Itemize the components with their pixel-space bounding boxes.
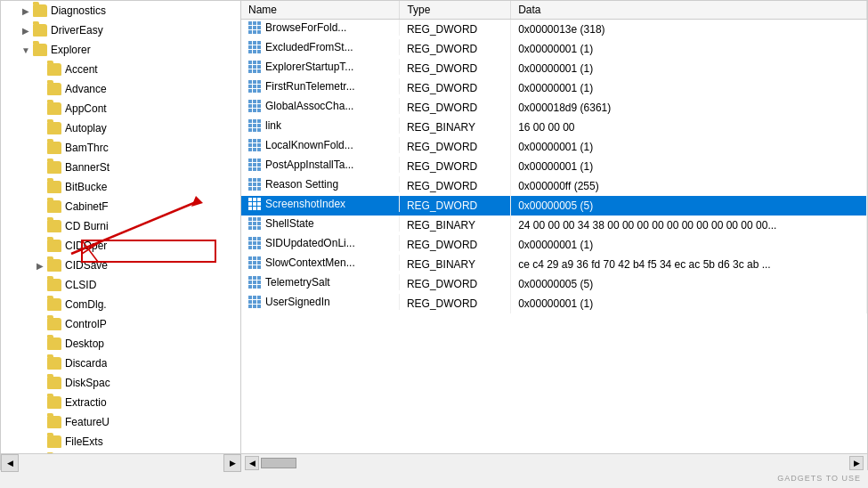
registry-data-cell: 0x00000005 (5) — [511, 274, 867, 294]
registry-entry-icon — [248, 21, 261, 34]
table-row[interactable]: linkREG_BINARY16 00 00 00 — [241, 118, 867, 137]
expand-icon-cd-burni — [33, 219, 47, 233]
scroll-left-btn[interactable]: ◀ — [245, 456, 259, 470]
tree-scroll-container[interactable]: ▶ Diagnostics ▶ DriverEasy ▼ Explorer — [1, 1, 240, 453]
registry-name-cell: ExplorerStartupT... — [241, 59, 400, 75]
registry-name-cell: LocalKnownFold... — [241, 137, 400, 153]
table-row[interactable]: FirstRunTelemetr...REG_DWORD0x00000001 (… — [241, 78, 867, 98]
registry-entry-icon — [248, 139, 261, 151]
registry-entry-icon — [248, 119, 261, 132]
folder-icon-accent — [47, 63, 61, 76]
registry-data-cell: 0x00000005 (5) — [511, 196, 867, 216]
tree-item-comdlg[interactable]: ComDlg. — [1, 295, 240, 314]
registry-name-label: ScreenshotIndex — [265, 198, 345, 210]
table-row[interactable]: TelemetrySaltREG_DWORD0x00000005 (5) — [241, 274, 867, 294]
expand-icon-featureu — [33, 415, 47, 429]
registry-type-cell: REG_DWORD — [400, 20, 511, 39]
folder-icon-bitbucke — [47, 181, 61, 193]
tree-scroll-right-btn[interactable]: ▶ — [223, 454, 241, 472]
registry-name-label: SIDUpdatedOnLi... — [265, 237, 355, 249]
table-row[interactable]: UserSignedInREG_DWORD0x00000001 (1) — [241, 294, 867, 313]
tree-item-advance[interactable]: Advance — [1, 79, 240, 99]
tree-item-bamthrc[interactable]: BamThrc — [1, 138, 240, 158]
tree-item-extractio[interactable]: Extractio — [1, 393, 240, 412]
horizontal-scrollbar-track[interactable] — [261, 458, 848, 468]
registry-data-cell: 16 00 00 00 — [511, 118, 867, 137]
tree-scroll-track[interactable] — [19, 458, 223, 468]
table-row[interactable]: PostAppInstallTa...REG_DWORD0x00000001 (… — [241, 157, 867, 176]
table-row[interactable]: GlobalAssocCha...REG_DWORD0x000018d9 (63… — [241, 98, 867, 118]
tree-item-drivereasy[interactable]: ▶ DriverEasy — [1, 20, 240, 40]
registry-entry-icon — [248, 41, 261, 53]
tree-label-clsid: CLSID — [65, 279, 96, 291]
tree-item-diagnostics[interactable]: ▶ Diagnostics — [1, 1, 240, 20]
registry-name-cell: GlobalAssocCha... — [241, 98, 400, 114]
tree-item-cd-burni[interactable]: CD Burni — [1, 216, 240, 236]
registry-name-label: GlobalAssocCha... — [265, 100, 353, 112]
tree-label-appcont: AppCont — [65, 102, 107, 115]
table-row[interactable]: SlowContextMen...REG_BINARYce c4 29 a9 3… — [241, 255, 867, 274]
tree-item-explorer[interactable]: ▼ Explorer — [1, 40, 240, 60]
tree-item-bitbucke[interactable]: BitBucke — [1, 177, 240, 197]
tree-label-cd-burni: CD Burni — [65, 220, 109, 232]
tree-item-featureu[interactable]: FeatureU — [1, 412, 240, 432]
table-row[interactable]: ExplorerStartupT...REG_DWORD0x00000001 (… — [241, 59, 867, 78]
folder-icon-controlp — [47, 318, 61, 330]
tree-horizontal-scrollbar[interactable]: ◀ ▶ — [1, 453, 241, 471]
registry-entry-icon — [248, 178, 261, 191]
table-row[interactable]: ShellStateREG_BINARY24 00 00 00 34 38 00… — [241, 216, 867, 235]
tree-label-autoplay: Autoplay — [65, 122, 107, 134]
registry-name-cell: ScreenshotIndex — [241, 196, 400, 212]
table-row[interactable]: Reason SettingREG_DWORD0x000000ff (255) — [241, 176, 867, 196]
tree-item-fileexts[interactable]: FileExts — [1, 432, 240, 451]
folder-icon-bannerst — [47, 161, 61, 174]
tree-item-cabinetf[interactable]: CabinetF — [1, 197, 240, 216]
tree-item-desktop[interactable]: Desktop — [1, 334, 240, 354]
folder-icon-featureu — [47, 416, 61, 428]
tree-item-cidsave[interactable]: ▶ CIDSave — [1, 256, 240, 275]
registry-name-label: UserSignedIn — [265, 296, 330, 308]
tree-item-accent[interactable]: Accent — [1, 60, 240, 79]
table-row[interactable]: ExcludedFromSt...REG_DWORD0x00000001 (1) — [241, 39, 867, 59]
registry-type-cell: REG_DWORD — [400, 39, 511, 59]
tree-scroll-left-btn[interactable]: ◀ — [1, 454, 19, 472]
tree-item-cidoper[interactable]: CIDOper — [1, 236, 240, 256]
registry-entry-icon — [248, 276, 261, 289]
horizontal-scrollbar-thumb[interactable] — [261, 458, 296, 468]
table-row[interactable]: LocalKnownFold...REG_DWORD0x00000001 (1) — [241, 137, 867, 157]
expand-icon-cidoper — [33, 239, 47, 253]
registry-scroll-container[interactable]: Name Type Data BrowseForFold...REG_DWORD… — [241, 1, 867, 453]
tree-label-diskspac: DiskSpac — [65, 377, 110, 389]
registry-name-cell: link — [241, 118, 400, 134]
registry-name-label: BrowseForFold... — [265, 21, 346, 34]
folder-icon-diskspac — [47, 377, 61, 389]
tree-item-discarda[interactable]: Discarda — [1, 354, 240, 373]
tree-label-bamthrc: BamThrc — [65, 142, 109, 154]
expand-icon-extractio — [33, 395, 47, 410]
tree-label-explorer: Explorer — [51, 44, 91, 56]
registry-type-cell: REG_DWORD — [400, 98, 511, 118]
tree-label-bannerst: BannerSt — [65, 161, 110, 174]
folder-icon-advance — [47, 83, 61, 95]
registry-entry-icon — [248, 237, 261, 249]
table-header-row: Name Type Data — [241, 1, 867, 20]
col-header-name: Name — [241, 1, 400, 20]
tree-item-bannerst[interactable]: BannerSt — [1, 158, 240, 177]
registry-name-cell: ExcludedFromSt... — [241, 39, 400, 55]
tree-item-appcont[interactable]: AppCont — [1, 99, 240, 118]
expand-icon-cabinetf — [33, 199, 47, 214]
tree-item-autoplay[interactable]: Autoplay — [1, 118, 240, 138]
expand-icon-diskspac — [33, 376, 47, 390]
registry-entry-icon — [248, 217, 261, 230]
tree-item-clsid[interactable]: CLSID — [1, 275, 240, 295]
table-row[interactable]: ScreenshotIndexREG_DWORD0x00000005 (5) — [241, 196, 867, 216]
registry-data-cell: 0x0000013e (318) — [511, 20, 867, 39]
registry-name-label: SlowContextMen... — [265, 256, 355, 269]
tree-item-controlp[interactable]: ControlP — [1, 314, 240, 334]
table-row[interactable]: BrowseForFold...REG_DWORD0x0000013e (318… — [241, 20, 867, 39]
registry-data-cell: 0x00000001 (1) — [511, 235, 867, 255]
scroll-right-btn[interactable]: ▶ — [849, 456, 864, 470]
expand-icon-bitbucke — [33, 180, 47, 194]
table-row[interactable]: SIDUpdatedOnLi...REG_DWORD0x00000001 (1) — [241, 235, 867, 255]
tree-item-diskspac[interactable]: DiskSpac — [1, 373, 240, 393]
